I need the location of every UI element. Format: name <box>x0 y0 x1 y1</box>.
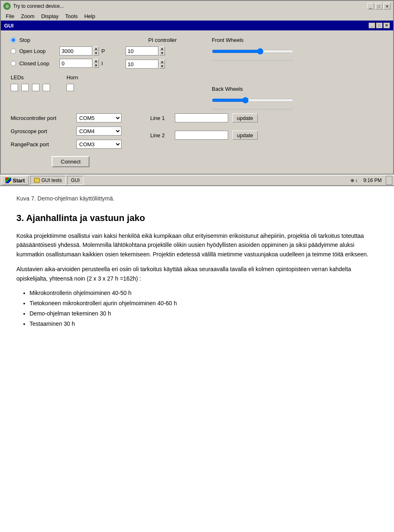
p-label: P <box>101 48 105 54</box>
gui-title-controls: _ □ ✕ <box>369 23 390 28</box>
horn-title: Horn <box>66 74 78 81</box>
line1-update-button[interactable]: update <box>232 113 258 122</box>
start-button[interactable]: Start <box>2 176 29 185</box>
gui-title-text: GUI <box>4 23 14 29</box>
doc-para1: Koska projektiimme osallistui vain kaksi… <box>16 231 378 259</box>
minimize-button[interactable]: _ <box>367 3 374 9</box>
gyro-port-row: Gyroscope port COM4 COM5 COM3 COM6 <box>11 127 121 136</box>
maximize-button[interactable]: □ <box>375 3 383 9</box>
app-icon: ⚙ <box>3 2 11 10</box>
title-bar-controls: _ □ ✕ <box>367 3 391 9</box>
connect-button[interactable]: Connect <box>52 156 89 167</box>
micro-port-label: Microcontroller port <box>11 115 76 121</box>
pi-i-down[interactable]: ▼ <box>159 64 165 69</box>
left-panel: Stop Open Loop ▲ ▼ P <box>11 37 117 98</box>
horn-group: Horn <box>66 74 78 91</box>
pi-i-group: ▲ ▼ <box>126 60 199 69</box>
pi-controller-title: PI controller <box>126 37 199 43</box>
micro-port-select[interactable]: COM5 COM4 COM3 COM6 <box>76 113 121 122</box>
pi-p-group: ▲ ▼ <box>126 46 199 55</box>
taskbar: Start GUI tests GUI ⊕ ↕ 9:16 PM <box>0 175 394 186</box>
pi-i-input[interactable] <box>126 60 158 69</box>
i-spin-down[interactable]: ▼ <box>93 63 99 68</box>
i-value-input[interactable] <box>60 59 92 68</box>
taskbar-item1-label: GUI tests <box>41 177 62 183</box>
front-wheels-group: Front Wheels <box>212 37 383 61</box>
micro-port-row: Microcontroller port COM5 COM4 COM3 COM6 <box>11 113 121 122</box>
led-checkbox-1[interactable] <box>11 84 18 91</box>
range-port-select[interactable]: COM3 COM4 COM5 COM6 <box>76 140 121 149</box>
list-item-3: Testaaminen 30 h <box>30 320 378 328</box>
open-loop-radio[interactable] <box>11 48 16 54</box>
title-bar-text: Try to connect device... <box>13 3 367 9</box>
back-wheels-slider[interactable] <box>212 97 294 104</box>
middle-panel: PI controller ▲ ▼ ▲ ▼ <box>117 37 199 69</box>
leds-horn-section: LEDs Horn <box>11 74 117 91</box>
taskbar-gui[interactable]: GUI <box>67 176 83 185</box>
leds-group: LEDs <box>11 74 50 91</box>
doc-heading: 3. Ajanhallinta ja vastuun jako <box>16 211 378 225</box>
list-item-0: Mikrokontrollerin ohjelmoiminen 40-50 h <box>30 289 378 297</box>
pi-p-up[interactable]: ▲ <box>159 46 165 51</box>
doc-caption: Kuva 7. Demo-ohjelman käyttöliittymä. <box>16 194 378 203</box>
open-loop-label: Open Loop <box>19 48 56 54</box>
horn-checkboxes <box>66 84 78 91</box>
p-spin-down[interactable]: ▼ <box>93 51 99 55</box>
horn-checkbox-1[interactable] <box>66 84 74 91</box>
gui-minimize-button[interactable]: _ <box>369 23 375 28</box>
led-checkbox-4[interactable] <box>43 84 50 91</box>
menu-display[interactable]: Display <box>38 13 62 20</box>
menu-bar: File Zoom Display Tools Help <box>0 12 394 21</box>
i-spin-buttons: ▲ ▼ <box>93 59 99 68</box>
menu-file[interactable]: File <box>2 13 18 20</box>
closed-loop-row: Closed Loop ▲ ▼ I <box>11 59 117 68</box>
list-item-1: Tietokoneen mikrokontrolleri ajurin ohje… <box>30 299 378 308</box>
pi-i-up[interactable]: ▲ <box>159 60 165 64</box>
menu-help[interactable]: Help <box>81 13 98 20</box>
gui-maximize-button[interactable]: □ <box>376 23 383 28</box>
p-spin-group: ▲ ▼ P <box>60 46 105 55</box>
folder-icon <box>34 178 40 183</box>
closed-loop-radio[interactable] <box>11 61 16 66</box>
wheels-section: Front Wheels Back Wheels <box>212 37 383 110</box>
line2-input[interactable] <box>175 131 228 140</box>
open-loop-row: Open Loop ▲ ▼ P <box>11 46 117 55</box>
range-port-label: RangePack port <box>11 141 76 147</box>
line2-row: Line 2 update <box>150 131 258 140</box>
gui-close-button[interactable]: ✕ <box>383 23 390 28</box>
i-spin-group: ▲ ▼ I <box>60 59 103 68</box>
menu-zoom[interactable]: Zoom <box>18 13 38 20</box>
closed-loop-label: Closed Loop <box>19 60 56 67</box>
pi-p-input[interactable] <box>126 46 158 55</box>
pi-p-down[interactable]: ▼ <box>159 51 165 55</box>
taskbar-clock: 9:16 PM <box>361 177 384 183</box>
gui-title-bar: GUI _ □ ✕ <box>1 21 393 30</box>
p-spin-up[interactable]: ▲ <box>93 46 99 51</box>
stop-radio[interactable] <box>11 37 16 43</box>
taskbar-gui-tests[interactable]: GUI tests <box>30 176 66 185</box>
gyro-port-label: Gyroscope port <box>11 128 76 134</box>
led-checkbox-3[interactable] <box>32 84 39 91</box>
leds-title: LEDs <box>11 74 50 81</box>
line1-input[interactable] <box>175 113 228 122</box>
right-panel: Front Wheels Back Wheels <box>199 37 383 110</box>
taskbar-item2-label: GUI <box>71 177 80 183</box>
taskbar-show-desktop[interactable] <box>386 176 392 185</box>
leds-checkboxes <box>11 84 50 91</box>
gui-content: Stop Open Loop ▲ ▼ P <box>1 30 393 174</box>
doc-content: Kuva 7. Demo-ohjelman käyttöliittymä. 3.… <box>0 186 394 342</box>
menu-tools[interactable]: Tools <box>62 13 81 20</box>
p-value-input[interactable] <box>60 46 92 55</box>
ports-lines-row: Microcontroller port COM5 COM4 COM3 COM6… <box>11 113 383 167</box>
stop-row: Stop <box>11 37 117 43</box>
range-port-row: RangePack port COM3 COM4 COM5 COM6 <box>11 140 121 149</box>
front-wheels-slider[interactable] <box>212 48 294 55</box>
led-checkbox-2[interactable] <box>21 84 29 91</box>
i-spin-up[interactable]: ▲ <box>93 59 99 63</box>
gui-window: GUI _ □ ✕ Stop Open Loop <box>0 21 394 175</box>
stop-label: Stop <box>19 37 56 43</box>
gyro-port-select[interactable]: COM4 COM5 COM3 COM6 <box>76 127 121 136</box>
i-label: I <box>101 60 103 67</box>
close-button[interactable]: ✕ <box>383 3 391 9</box>
line2-update-button[interactable]: update <box>232 131 258 140</box>
